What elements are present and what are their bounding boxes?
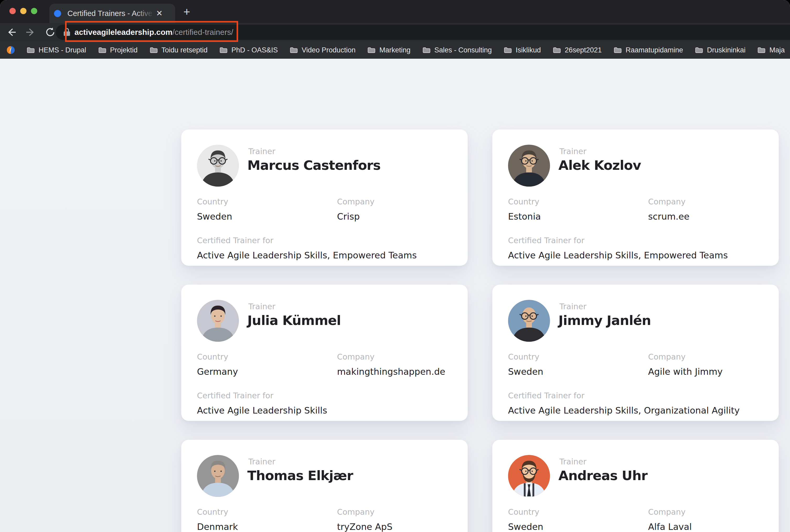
trainer-card: TrainerJimmy JanlénCountrySwedenCompanyA…: [492, 285, 779, 421]
bookmark-folder-item[interactable]: 26sept2021: [553, 46, 602, 54]
bookmark-label: Marketing: [379, 46, 410, 54]
certified-trainer-for-label: Certified Trainer for: [508, 236, 584, 245]
tab-close-icon[interactable]: ✕: [156, 10, 163, 17]
trainer-avatar-image: [197, 145, 239, 187]
trainer-card: TrainerMarcus CastenforsCountrySwedenCom…: [181, 130, 468, 266]
certified-trainer-for-value: Active Agile Leadership Skills: [197, 405, 327, 416]
browser-tab[interactable]: Certified Trainers - Active Agile ✕: [49, 4, 175, 23]
trainer-name: Marcus Castenfors: [247, 158, 381, 173]
bookmark-folder-item[interactable]: PhD - OAS&IS: [220, 46, 278, 54]
folder-icon: [290, 47, 298, 53]
browser-window: Certified Trainers - Active Agile ✕ + ac…: [0, 0, 790, 532]
bookmark-folder-item[interactable]: Toidu retseptid: [150, 46, 208, 54]
folder-icon: [220, 47, 227, 53]
trainer-label: Trainer: [559, 147, 586, 156]
country-value: Estonia: [508, 211, 541, 222]
zoom-window-button[interactable]: [31, 8, 37, 14]
company-label: Company: [648, 352, 686, 361]
tab-favicon-icon: [54, 10, 61, 17]
trainer-name: Julia Kümmel: [247, 313, 341, 328]
forward-icon[interactable]: [25, 27, 36, 38]
trainer-label: Trainer: [559, 302, 586, 311]
minimize-window-button[interactable]: [20, 8, 26, 14]
bookmark-label: 26sept2021: [565, 46, 602, 54]
bookmark-label: HEMS - Drupal: [39, 46, 86, 54]
reload-icon[interactable]: [44, 26, 56, 38]
tab-title-fade: [135, 8, 154, 19]
bookmark-folder-item[interactable]: Raamatupidamine: [614, 46, 683, 54]
avatar: [508, 300, 550, 342]
omnibox[interactable]: activeagileleadership.com/certified-trai…: [56, 25, 790, 40]
country-value: Sweden: [197, 211, 232, 222]
trainer-avatar-image: [508, 145, 550, 187]
folder-icon: [614, 47, 622, 53]
company-label: Company: [337, 197, 374, 206]
trainer-cards-grid: TrainerMarcus CastenforsCountrySwedenCom…: [181, 130, 779, 532]
bookmark-app-icon[interactable]: [7, 46, 15, 54]
bookmark-folder-item[interactable]: Maja: [757, 46, 785, 54]
trainer-name: Andreas Uhr: [558, 468, 647, 483]
avatar: [197, 455, 239, 497]
country-label: Country: [197, 352, 228, 361]
bookmarks-bar: HEMS - DrupalProjektidToidu retseptidPhD…: [0, 41, 790, 59]
avatar: [508, 145, 550, 187]
back-icon[interactable]: [6, 27, 17, 38]
certified-trainer-for-value: Active Agile Leadership Skills, Organiza…: [508, 405, 740, 416]
company-value: tryZone ApS: [337, 521, 392, 532]
trainer-avatar-image: [197, 455, 239, 497]
bookmark-folder-item[interactable]: Video Production: [290, 46, 355, 54]
folder-icon: [367, 47, 375, 53]
country-label: Country: [508, 507, 539, 516]
company-value: Alfa Laval: [648, 521, 692, 532]
company-label: Company: [648, 507, 686, 516]
bookmark-folder-item[interactable]: HEMS - Drupal: [27, 46, 86, 54]
trainer-name: Alek Kozlov: [558, 158, 641, 173]
bookmark-folder-item[interactable]: Projektid: [98, 46, 138, 54]
country-label: Country: [508, 352, 539, 361]
trainer-avatar-image: [197, 300, 239, 342]
country-value: Sweden: [508, 521, 543, 532]
certified-trainer-for-label: Certified Trainer for: [197, 391, 273, 400]
trainer-label: Trainer: [249, 457, 275, 466]
company-value: Crisp: [337, 211, 360, 222]
country-value: Sweden: [508, 366, 543, 377]
trainer-name: Jimmy Janlén: [558, 313, 651, 328]
bookmark-label: Raamatupidamine: [626, 46, 683, 54]
trainer-card: TrainerJulia KümmelCountryGermanyCompany…: [181, 285, 468, 421]
company-value: scrum.ee: [648, 211, 690, 222]
bookmark-label: PhD - OAS&IS: [231, 46, 278, 54]
company-label: Company: [337, 507, 374, 516]
close-window-button[interactable]: [10, 8, 16, 14]
folder-icon: [504, 47, 512, 53]
bookmark-label: Maja: [769, 46, 785, 54]
trainer-avatar-image: [508, 455, 550, 497]
new-tab-button[interactable]: +: [181, 6, 192, 18]
trainer-card: TrainerAlek KozlovCountryEstoniaCompanys…: [492, 130, 779, 266]
bookmark-label: Video Production: [301, 46, 355, 54]
bookmark-folder-item[interactable]: Isiklikud: [504, 46, 541, 54]
country-label: Country: [197, 507, 228, 516]
certified-trainer-for-label: Certified Trainer for: [508, 391, 584, 400]
certified-trainer-for-label: Certified Trainer for: [197, 236, 273, 245]
bookmark-label: Druskininkai: [707, 46, 746, 54]
bookmark-folder-item[interactable]: Sales - Consulting: [423, 46, 492, 54]
country-value: Germany: [197, 366, 238, 377]
bookmark-folder-item[interactable]: Druskininkai: [695, 46, 746, 54]
bookmark-label: Projektid: [110, 46, 138, 54]
company-label: Company: [337, 352, 374, 361]
avatar: [197, 300, 239, 342]
certified-trainer-for-value: Active Agile Leadership Skills, Empowere…: [197, 250, 417, 261]
lock-icon[interactable]: [63, 28, 71, 37]
folder-icon: [553, 47, 561, 53]
certified-trainer-for-value: Active Agile Leadership Skills, Empowere…: [508, 250, 728, 261]
bookmark-label: Sales - Consulting: [434, 46, 492, 54]
bookmark-label: Isiklikud: [516, 46, 541, 54]
tab-strip: Certified Trainers - Active Agile ✕ +: [0, 0, 790, 23]
folder-icon: [695, 47, 703, 53]
trainer-card: TrainerThomas ElkjærCountryDenmarkCompan…: [181, 440, 468, 532]
country-label: Country: [508, 197, 539, 206]
bookmark-folder-item[interactable]: Marketing: [367, 46, 410, 54]
company-value: makingthingshappen.de: [337, 366, 445, 377]
folder-icon: [757, 47, 765, 53]
trainer-label: Trainer: [249, 302, 275, 311]
